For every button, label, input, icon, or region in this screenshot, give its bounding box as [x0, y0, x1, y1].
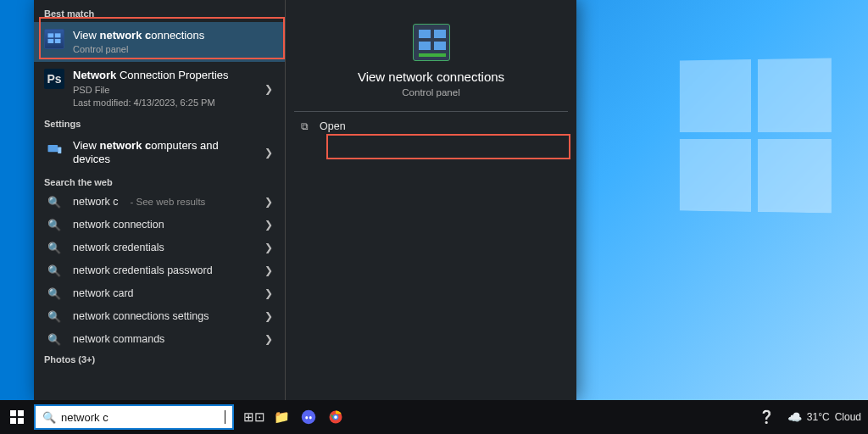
monitors-large-icon	[414, 25, 451, 62]
web-result-text: network connection	[73, 219, 164, 231]
desktop: Best match View network connections Cont…	[0, 0, 868, 434]
weather-temp: 31°C	[807, 411, 830, 423]
web-result-3[interactable]: 🔍network credentials password❯	[34, 259, 285, 282]
detail-network-icon	[413, 24, 450, 61]
svg-rect-9	[434, 42, 446, 50]
taskbar-search-input[interactable]	[61, 411, 220, 424]
section-photos: Photos (3+)	[34, 351, 285, 368]
chevron-right-icon: ❯	[261, 242, 276, 253]
discord-icon	[301, 409, 316, 425]
web-result-6[interactable]: 🔍network commands❯	[34, 328, 285, 351]
tray-help-icon[interactable]: ❔	[754, 400, 781, 434]
result-title: View network connections	[73, 29, 276, 42]
web-result-0[interactable]: 🔍network c - See web results❯	[34, 191, 285, 214]
svg-rect-10	[419, 53, 446, 57]
taskbar-app-chrome[interactable]	[322, 400, 349, 434]
action-open-label: Open	[320, 120, 346, 132]
devices-icon	[46, 141, 63, 158]
result-view-network-connections[interactable]: View network connections Control panel	[34, 22, 285, 62]
start-button[interactable]	[0, 400, 34, 434]
web-result-5[interactable]: 🔍network connections settings❯	[34, 305, 285, 328]
svg-point-12	[305, 416, 308, 420]
result-network-connection-properties[interactable]: Ps Network Connection Properties PSD Fil…	[34, 62, 285, 115]
web-result-text: network connections settings	[73, 310, 209, 322]
tray-weather[interactable]: ☁️ 31°C Cloud	[781, 410, 868, 424]
search-icon: 🔍	[44, 287, 64, 300]
taskbar-search-box[interactable]: 🔍	[34, 404, 234, 430]
web-result-text: network c	[73, 196, 119, 208]
svg-point-11	[302, 410, 316, 425]
svg-rect-0	[48, 33, 54, 37]
section-best-match: Best match	[34, 5, 285, 22]
left-accent-strip	[0, 0, 34, 400]
windows-logo-wallpaper	[680, 58, 832, 214]
chevron-right-icon: ❯	[261, 219, 276, 231]
search-icon: 🔍	[44, 196, 64, 209]
photoshop-file-icon: Ps	[44, 69, 64, 89]
svg-rect-5	[58, 147, 61, 154]
action-open[interactable]: ⧉ Open	[286, 112, 576, 141]
result-subtype: PSD File	[73, 85, 253, 96]
search-icon: 🔍	[44, 310, 64, 323]
web-result-text: network credentials password	[73, 264, 213, 276]
svg-point-13	[309, 416, 312, 420]
detail-subtitle: Control panel	[286, 87, 576, 97]
web-result-text: network credentials	[73, 242, 164, 253]
task-view-button[interactable]: ⊞⊡	[241, 400, 268, 434]
result-view-network-computers[interactable]: View network computers and devices ❯	[34, 132, 285, 174]
result-title: Network Connection Properties	[73, 69, 253, 82]
detail-title: View network connections	[286, 70, 576, 84]
section-settings: Settings	[34, 115, 285, 132]
search-icon: 🔍	[42, 411, 56, 424]
web-result-text: network commands	[73, 333, 164, 345]
result-subtitle: Control panel	[73, 44, 276, 55]
network-connections-icon	[44, 29, 64, 49]
taskbar-app-discord[interactable]	[295, 400, 322, 434]
svg-rect-8	[419, 42, 431, 50]
chevron-right-icon: ❯	[261, 147, 276, 159]
search-results-column: Best match View network connections Cont…	[34, 0, 285, 400]
chevron-right-icon: ❯	[261, 83, 276, 95]
search-icon: 🔍	[44, 264, 64, 277]
weather-cloud-icon: ☁️	[787, 410, 802, 424]
svg-rect-7	[434, 30, 446, 38]
result-modified: Last modified: 4/13/2023, 6:25 PM	[73, 97, 253, 108]
result-title: View network computers and devices	[73, 139, 253, 167]
text-caret	[225, 410, 225, 424]
chevron-right-icon: ❯	[261, 310, 276, 322]
windows-start-icon	[10, 410, 24, 424]
weather-text: Cloud	[835, 411, 861, 423]
taskbar-app-file-explorer[interactable]: 📁	[268, 400, 295, 434]
chevron-right-icon: ❯	[261, 333, 276, 345]
web-result-hint: - See web results	[131, 197, 206, 207]
monitors-icon	[46, 31, 63, 47]
settings-network-icon	[44, 139, 64, 159]
svg-rect-4	[48, 145, 58, 152]
svg-rect-2	[48, 39, 54, 43]
web-result-2[interactable]: 🔍network credentials❯	[34, 236, 285, 259]
web-result-4[interactable]: 🔍network card❯	[34, 282, 285, 305]
start-search-panel: Best match View network connections Cont…	[34, 0, 576, 400]
search-icon: 🔍	[44, 333, 64, 346]
search-icon: 🔍	[44, 242, 64, 254]
chevron-right-icon: ❯	[261, 196, 276, 208]
svg-point-16	[334, 415, 337, 419]
svg-rect-3	[55, 39, 61, 43]
chrome-icon	[328, 409, 343, 425]
web-result-text: network card	[73, 287, 134, 299]
svg-rect-6	[419, 30, 431, 38]
taskbar: 🔍 ⊞⊡ 📁 ❔ ☁️ 31°C Cloud	[0, 400, 868, 434]
search-detail-pane: View network connections Control panel ⧉…	[285, 0, 576, 400]
section-search-web: Search the web	[34, 174, 285, 191]
chevron-right-icon: ❯	[261, 264, 276, 276]
search-icon: 🔍	[44, 219, 64, 231]
web-result-1[interactable]: 🔍network connection❯	[34, 214, 285, 236]
svg-rect-1	[55, 33, 61, 37]
chevron-right-icon: ❯	[261, 287, 276, 299]
open-icon: ⧉	[298, 120, 311, 132]
